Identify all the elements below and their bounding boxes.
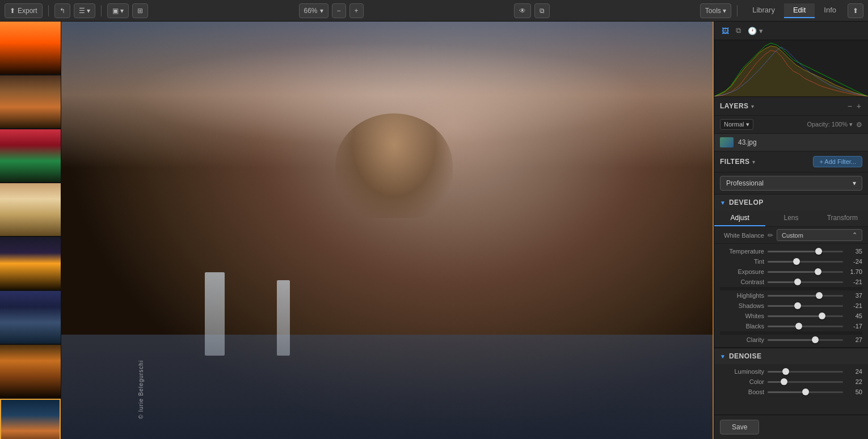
wb-dropdown-chevron: ⌃ <box>852 231 857 239</box>
slider-label-highlights: Highlights <box>720 292 764 299</box>
slider-label-temperature: Temperature <box>720 248 764 255</box>
list-view-button[interactable]: ☰ ▾ <box>74 3 95 18</box>
denoise-thumb-luminosity[interactable] <box>782 368 789 375</box>
denoise-header[interactable]: ▼ Denoise <box>714 348 868 364</box>
slider-label-shadows: Shadows <box>720 302 764 309</box>
slider-track-whites[interactable] <box>768 315 843 317</box>
thumbnail-4[interactable] <box>0 183 61 237</box>
develop-tab-transform[interactable]: Transform <box>817 210 868 226</box>
thumbnail-1[interactable] <box>0 22 61 75</box>
eyedropper-icon[interactable]: ✏ <box>768 231 773 239</box>
develop-section: ▼ Develop Adjust Lens Transform White Ba… <box>714 195 868 348</box>
share-button[interactable]: ⬆ <box>848 3 863 18</box>
back-button[interactable]: ↰ <box>54 3 70 18</box>
denoise-slider-row-color: Color22 <box>720 377 862 387</box>
zoom-level: 66% <box>304 7 318 15</box>
slider-track-highlights[interactable] <box>768 295 843 297</box>
layers-settings-icon[interactable]: ⚙ <box>856 121 862 129</box>
slider-thumb-tint[interactable] <box>793 258 800 265</box>
develop-header[interactable]: ▼ Develop <box>714 195 868 210</box>
denoise-thumb-color[interactable] <box>781 378 787 385</box>
slider-fill-blacks <box>768 326 799 327</box>
denoise-thumb-boost[interactable] <box>802 389 809 395</box>
slider-track-shadows[interactable] <box>768 305 843 307</box>
layers-add-button[interactable]: + <box>856 102 862 111</box>
slider-row-whites: Whites45 <box>720 311 862 321</box>
tab-library[interactable]: Library <box>743 3 784 18</box>
zoom-out-button[interactable]: − <box>332 3 346 18</box>
thumbnail-7[interactable] <box>0 345 61 399</box>
slider-thumb-clarity[interactable] <box>812 336 819 343</box>
zoom-dropdown-icon: ▾ <box>320 7 323 15</box>
denoise-track-luminosity[interactable] <box>768 371 843 373</box>
slider-label-blacks: Blacks <box>720 323 764 330</box>
slider-thumb-highlights[interactable] <box>816 292 823 299</box>
slider-row-temperature: Temperature35 <box>720 246 862 256</box>
white-balance-dropdown[interactable]: Custom ⌃ <box>777 229 862 241</box>
layout-button[interactable]: ▣ ▾ <box>107 3 129 18</box>
thumbnail-6[interactable] <box>0 291 61 345</box>
preset-dropdown[interactable]: Professional ▾ <box>720 176 862 191</box>
view-mode-button[interactable]: ⊞ <box>132 3 148 18</box>
develop-triangle-icon: ▼ <box>720 200 726 206</box>
slider-thumb-shadows[interactable] <box>794 302 801 309</box>
tools-button[interactable]: Tools ▾ <box>700 3 731 18</box>
tab-info[interactable]: Info <box>815 3 845 18</box>
panel-icon-history[interactable]: 🕐 ▾ <box>745 26 766 36</box>
split-view-button[interactable]: ⧉ <box>534 3 550 18</box>
image-container: © Iurie Belegurschi <box>61 22 714 439</box>
thumbnail-3[interactable] <box>0 129 61 183</box>
develop-tab-adjust[interactable]: Adjust <box>714 210 765 226</box>
panel-body: LAYERS ▾ − + Normal ▾ Opacity: 100% ▾ ⚙ <box>714 97 868 415</box>
slider-label-exposure: Exposure <box>720 268 764 275</box>
thumbnail-8-active[interactable] <box>0 399 61 439</box>
denoise-track-color[interactable] <box>768 381 843 383</box>
slider-fill-highlights <box>768 295 819 297</box>
slider-row-clarity: Clarity27 <box>720 335 862 345</box>
denoise-triangle-icon: ▼ <box>720 353 726 360</box>
slider-fill-contrast <box>768 281 798 283</box>
slider-row-tint: Tint-24 <box>720 256 862 267</box>
layers-controls: Normal ▾ Opacity: 100% ▾ ⚙ <box>714 116 868 134</box>
slider-fill-temperature <box>768 251 819 252</box>
zoom-control: 66% ▾ <box>299 3 328 18</box>
save-button[interactable]: Save <box>720 420 759 434</box>
slider-thumb-whites[interactable] <box>819 313 825 319</box>
slider-track-contrast[interactable] <box>768 281 843 283</box>
slider-track-temperature[interactable] <box>768 251 843 252</box>
develop-tab-lens[interactable]: Lens <box>765 210 816 226</box>
slider-thumb-temperature[interactable] <box>815 248 822 255</box>
denoise-value-color: 22 <box>846 378 862 385</box>
thumbnail-2[interactable] <box>0 75 61 129</box>
blend-mode-dropdown[interactable]: Normal ▾ <box>720 119 753 130</box>
opacity-label: Opacity: 100% ▾ <box>807 121 853 128</box>
develop-tabs: Adjust Lens Transform <box>714 210 868 227</box>
filters-section-header[interactable]: FILTERS ▾ + Add Filter... <box>714 151 868 172</box>
slider-thumb-blacks[interactable] <box>795 323 802 330</box>
denoise-fill-boost <box>768 391 806 393</box>
zoom-in-button[interactable]: + <box>349 3 364 18</box>
denoise-label-luminosity: Luminosity <box>720 368 764 375</box>
slider-value-highlights: 37 <box>846 292 862 299</box>
add-filter-button[interactable]: + Add Filter... <box>813 156 862 167</box>
layer-item[interactable]: 43.jpg <box>714 134 868 151</box>
layers-minimize-button[interactable]: − <box>846 102 853 111</box>
slider-thumb-contrast[interactable] <box>794 278 801 285</box>
denoise-label-boost: Boost <box>720 389 764 395</box>
slider-track-tint[interactable] <box>768 261 843 263</box>
slider-row-contrast: Contrast-21 <box>720 277 862 287</box>
slider-track-blacks[interactable] <box>768 326 843 327</box>
tab-edit[interactable]: Edit <box>784 3 815 18</box>
layers-section-header[interactable]: LAYERS ▾ − + <box>714 97 868 116</box>
slider-track-exposure[interactable] <box>768 271 843 273</box>
panel-icon-image[interactable]: 🖼 <box>719 26 732 36</box>
preview-button[interactable]: 👁 <box>514 3 531 18</box>
panel-icon-layers[interactable]: ⧉ <box>733 25 744 36</box>
thumbnail-5[interactable] <box>0 237 61 291</box>
slider-thumb-exposure[interactable] <box>815 268 821 275</box>
slider-track-clarity[interactable] <box>768 339 843 341</box>
denoise-track-boost[interactable] <box>768 391 843 393</box>
filter-preset-area: Professional ▾ <box>714 172 868 195</box>
histogram-chart <box>714 40 868 96</box>
export-button[interactable]: ⬆ Export <box>5 3 43 18</box>
